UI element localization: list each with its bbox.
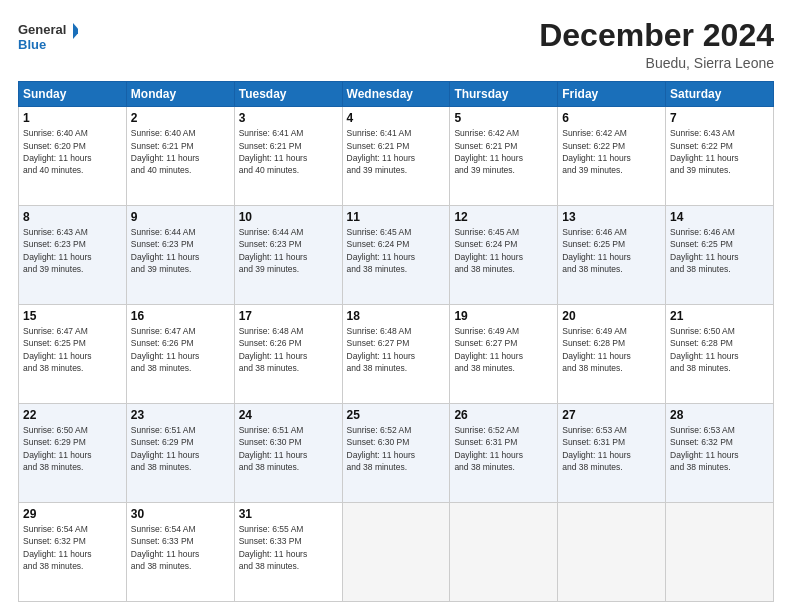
table-cell bbox=[342, 503, 450, 602]
header: General Blue December 2024 Buedu, Sierra… bbox=[18, 18, 774, 71]
table-cell: 29Sunrise: 6:54 AMSunset: 6:32 PMDayligh… bbox=[19, 503, 127, 602]
calendar-week-row: 1Sunrise: 6:40 AMSunset: 6:20 PMDaylight… bbox=[19, 107, 774, 206]
table-cell: 7Sunrise: 6:43 AMSunset: 6:22 PMDaylight… bbox=[666, 107, 774, 206]
logo-svg: General Blue bbox=[18, 18, 78, 54]
col-monday: Monday bbox=[126, 82, 234, 107]
table-cell: 12Sunrise: 6:45 AMSunset: 6:24 PMDayligh… bbox=[450, 206, 558, 305]
day-number: 30 bbox=[131, 507, 230, 521]
day-number: 19 bbox=[454, 309, 553, 323]
day-info: Sunrise: 6:44 AMSunset: 6:23 PMDaylight:… bbox=[239, 226, 338, 275]
location: Buedu, Sierra Leone bbox=[539, 55, 774, 71]
table-cell: 24Sunrise: 6:51 AMSunset: 6:30 PMDayligh… bbox=[234, 404, 342, 503]
table-cell: 28Sunrise: 6:53 AMSunset: 6:32 PMDayligh… bbox=[666, 404, 774, 503]
day-number: 11 bbox=[347, 210, 446, 224]
day-number: 10 bbox=[239, 210, 338, 224]
day-number: 15 bbox=[23, 309, 122, 323]
day-number: 24 bbox=[239, 408, 338, 422]
table-cell: 30Sunrise: 6:54 AMSunset: 6:33 PMDayligh… bbox=[126, 503, 234, 602]
day-info: Sunrise: 6:48 AMSunset: 6:26 PMDaylight:… bbox=[239, 325, 338, 374]
table-cell: 20Sunrise: 6:49 AMSunset: 6:28 PMDayligh… bbox=[558, 305, 666, 404]
day-info: Sunrise: 6:43 AMSunset: 6:23 PMDaylight:… bbox=[23, 226, 122, 275]
day-info: Sunrise: 6:53 AMSunset: 6:32 PMDaylight:… bbox=[670, 424, 769, 473]
col-friday: Friday bbox=[558, 82, 666, 107]
svg-text:General: General bbox=[18, 22, 66, 37]
svg-text:Blue: Blue bbox=[18, 37, 46, 52]
table-cell: 15Sunrise: 6:47 AMSunset: 6:25 PMDayligh… bbox=[19, 305, 127, 404]
calendar-week-row: 8Sunrise: 6:43 AMSunset: 6:23 PMDaylight… bbox=[19, 206, 774, 305]
day-number: 22 bbox=[23, 408, 122, 422]
table-cell: 31Sunrise: 6:55 AMSunset: 6:33 PMDayligh… bbox=[234, 503, 342, 602]
table-cell: 6Sunrise: 6:42 AMSunset: 6:22 PMDaylight… bbox=[558, 107, 666, 206]
day-info: Sunrise: 6:53 AMSunset: 6:31 PMDaylight:… bbox=[562, 424, 661, 473]
table-cell: 22Sunrise: 6:50 AMSunset: 6:29 PMDayligh… bbox=[19, 404, 127, 503]
calendar-header-row: Sunday Monday Tuesday Wednesday Thursday… bbox=[19, 82, 774, 107]
title-area: December 2024 Buedu, Sierra Leone bbox=[539, 18, 774, 71]
day-info: Sunrise: 6:47 AMSunset: 6:25 PMDaylight:… bbox=[23, 325, 122, 374]
col-thursday: Thursday bbox=[450, 82, 558, 107]
month-title: December 2024 bbox=[539, 18, 774, 53]
svg-marker-2 bbox=[73, 23, 78, 39]
table-cell: 10Sunrise: 6:44 AMSunset: 6:23 PMDayligh… bbox=[234, 206, 342, 305]
table-cell: 8Sunrise: 6:43 AMSunset: 6:23 PMDaylight… bbox=[19, 206, 127, 305]
day-number: 26 bbox=[454, 408, 553, 422]
day-number: 6 bbox=[562, 111, 661, 125]
table-cell: 1Sunrise: 6:40 AMSunset: 6:20 PMDaylight… bbox=[19, 107, 127, 206]
day-info: Sunrise: 6:45 AMSunset: 6:24 PMDaylight:… bbox=[347, 226, 446, 275]
table-cell: 13Sunrise: 6:46 AMSunset: 6:25 PMDayligh… bbox=[558, 206, 666, 305]
day-number: 3 bbox=[239, 111, 338, 125]
day-number: 28 bbox=[670, 408, 769, 422]
day-number: 2 bbox=[131, 111, 230, 125]
table-cell: 21Sunrise: 6:50 AMSunset: 6:28 PMDayligh… bbox=[666, 305, 774, 404]
day-info: Sunrise: 6:45 AMSunset: 6:24 PMDaylight:… bbox=[454, 226, 553, 275]
day-number: 21 bbox=[670, 309, 769, 323]
day-info: Sunrise: 6:52 AMSunset: 6:31 PMDaylight:… bbox=[454, 424, 553, 473]
day-info: Sunrise: 6:47 AMSunset: 6:26 PMDaylight:… bbox=[131, 325, 230, 374]
table-cell: 4Sunrise: 6:41 AMSunset: 6:21 PMDaylight… bbox=[342, 107, 450, 206]
day-number: 18 bbox=[347, 309, 446, 323]
table-cell: 18Sunrise: 6:48 AMSunset: 6:27 PMDayligh… bbox=[342, 305, 450, 404]
day-info: Sunrise: 6:49 AMSunset: 6:28 PMDaylight:… bbox=[562, 325, 661, 374]
day-number: 16 bbox=[131, 309, 230, 323]
day-number: 5 bbox=[454, 111, 553, 125]
page: General Blue December 2024 Buedu, Sierra… bbox=[0, 0, 792, 612]
day-info: Sunrise: 6:43 AMSunset: 6:22 PMDaylight:… bbox=[670, 127, 769, 176]
table-cell: 23Sunrise: 6:51 AMSunset: 6:29 PMDayligh… bbox=[126, 404, 234, 503]
table-cell: 2Sunrise: 6:40 AMSunset: 6:21 PMDaylight… bbox=[126, 107, 234, 206]
day-info: Sunrise: 6:41 AMSunset: 6:21 PMDaylight:… bbox=[239, 127, 338, 176]
col-tuesday: Tuesday bbox=[234, 82, 342, 107]
table-cell bbox=[558, 503, 666, 602]
table-cell: 16Sunrise: 6:47 AMSunset: 6:26 PMDayligh… bbox=[126, 305, 234, 404]
calendar-week-row: 15Sunrise: 6:47 AMSunset: 6:25 PMDayligh… bbox=[19, 305, 774, 404]
col-saturday: Saturday bbox=[666, 82, 774, 107]
table-cell: 9Sunrise: 6:44 AMSunset: 6:23 PMDaylight… bbox=[126, 206, 234, 305]
day-number: 12 bbox=[454, 210, 553, 224]
day-number: 7 bbox=[670, 111, 769, 125]
day-number: 20 bbox=[562, 309, 661, 323]
table-cell: 5Sunrise: 6:42 AMSunset: 6:21 PMDaylight… bbox=[450, 107, 558, 206]
col-wednesday: Wednesday bbox=[342, 82, 450, 107]
day-number: 23 bbox=[131, 408, 230, 422]
day-number: 25 bbox=[347, 408, 446, 422]
table-cell: 17Sunrise: 6:48 AMSunset: 6:26 PMDayligh… bbox=[234, 305, 342, 404]
calendar-week-row: 22Sunrise: 6:50 AMSunset: 6:29 PMDayligh… bbox=[19, 404, 774, 503]
day-number: 4 bbox=[347, 111, 446, 125]
day-number: 9 bbox=[131, 210, 230, 224]
day-number: 27 bbox=[562, 408, 661, 422]
calendar-table: Sunday Monday Tuesday Wednesday Thursday… bbox=[18, 81, 774, 602]
day-info: Sunrise: 6:51 AMSunset: 6:30 PMDaylight:… bbox=[239, 424, 338, 473]
day-info: Sunrise: 6:54 AMSunset: 6:33 PMDaylight:… bbox=[131, 523, 230, 572]
day-info: Sunrise: 6:54 AMSunset: 6:32 PMDaylight:… bbox=[23, 523, 122, 572]
day-number: 29 bbox=[23, 507, 122, 521]
table-cell: 19Sunrise: 6:49 AMSunset: 6:27 PMDayligh… bbox=[450, 305, 558, 404]
day-info: Sunrise: 6:40 AMSunset: 6:21 PMDaylight:… bbox=[131, 127, 230, 176]
day-info: Sunrise: 6:42 AMSunset: 6:21 PMDaylight:… bbox=[454, 127, 553, 176]
day-info: Sunrise: 6:48 AMSunset: 6:27 PMDaylight:… bbox=[347, 325, 446, 374]
logo: General Blue bbox=[18, 18, 78, 54]
day-info: Sunrise: 6:55 AMSunset: 6:33 PMDaylight:… bbox=[239, 523, 338, 572]
calendar-week-row: 29Sunrise: 6:54 AMSunset: 6:32 PMDayligh… bbox=[19, 503, 774, 602]
table-cell: 11Sunrise: 6:45 AMSunset: 6:24 PMDayligh… bbox=[342, 206, 450, 305]
table-cell: 27Sunrise: 6:53 AMSunset: 6:31 PMDayligh… bbox=[558, 404, 666, 503]
day-info: Sunrise: 6:52 AMSunset: 6:30 PMDaylight:… bbox=[347, 424, 446, 473]
day-info: Sunrise: 6:41 AMSunset: 6:21 PMDaylight:… bbox=[347, 127, 446, 176]
day-number: 1 bbox=[23, 111, 122, 125]
